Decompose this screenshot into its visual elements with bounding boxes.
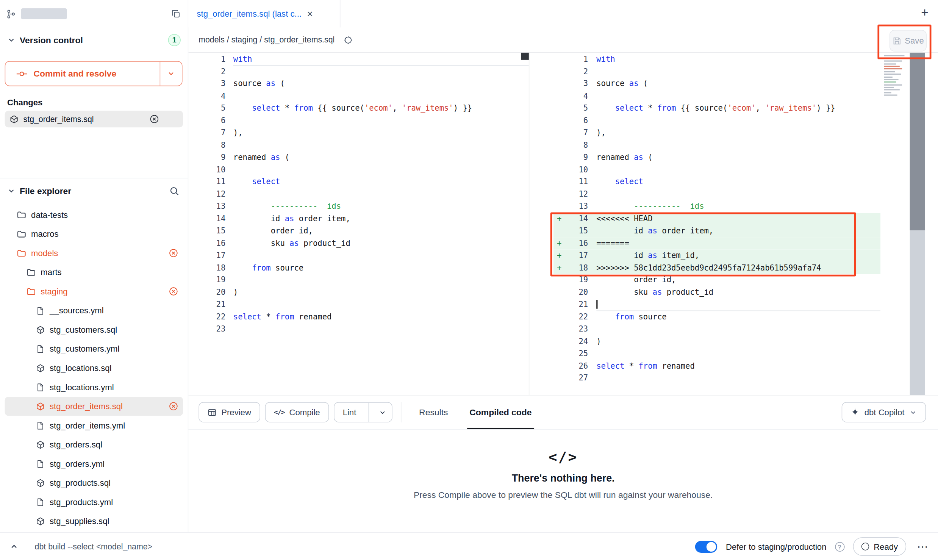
code-line-6[interactable]: 6 [188, 114, 528, 127]
version-control-header[interactable]: Version control 1 [7, 34, 181, 46]
code-line-23[interactable]: 23 [188, 323, 528, 335]
code-line-11[interactable]: 11 select [553, 176, 881, 188]
code-line-22[interactable]: 22 from source [553, 311, 881, 323]
scrollbar[interactable] [910, 53, 925, 395]
code-line-12[interactable]: 12 [553, 188, 881, 200]
search-icon[interactable] [169, 186, 180, 196]
code-line-14[interactable]: +14<<<<<<< HEAD [553, 213, 881, 225]
code-line-20[interactable]: 20) [188, 286, 528, 299]
code-line-15[interactable]: 15 order_id, [188, 225, 528, 237]
code-line-26[interactable]: 26select * from renamed [553, 360, 881, 372]
code-line-11[interactable]: 11 select [188, 176, 528, 188]
code-line-13[interactable]: 13 ---------- ids [188, 200, 528, 213]
code-line-4[interactable]: 4 [188, 90, 528, 102]
file-tree-item-staging[interactable]: staging [5, 282, 183, 301]
code-line-17[interactable]: 17 [188, 249, 528, 261]
dbt-copilot-button[interactable]: dbt Copilot [842, 402, 926, 422]
code-line-5[interactable]: 5 select * from {{ source('ecom', 'raw_i… [553, 102, 881, 114]
code-line-7[interactable]: 7), [553, 127, 881, 139]
branch-icon[interactable] [6, 9, 16, 19]
help-icon[interactable]: ? [835, 542, 844, 551]
code-line-3[interactable]: 3source as ( [188, 78, 528, 90]
code-line-24[interactable]: 24) [553, 335, 881, 347]
code-line-25[interactable]: 25 [553, 347, 881, 360]
code-line-3[interactable]: 3source as ( [553, 78, 881, 90]
file-tree-item-stg_locations.yml[interactable]: stg_locations.yml [5, 377, 183, 397]
commit-button-main[interactable]: Commit and resolve [5, 62, 159, 86]
defer-toggle[interactable] [695, 541, 717, 553]
code-line-2[interactable]: 2 [553, 66, 881, 78]
save-button[interactable]: Save [890, 30, 927, 52]
chevron-down-icon[interactable] [374, 408, 391, 416]
left-pane-minimap[interactable] [521, 53, 529, 60]
canvas-toggle-icon[interactable] [344, 35, 353, 44]
code-line-10[interactable]: 10 [188, 164, 528, 176]
file-tree-item-stg_supplies.sql[interactable]: stg_supplies.sql [5, 512, 183, 531]
discard-changes-icon[interactable] [169, 402, 178, 411]
lint-button[interactable]: Lint [334, 402, 392, 422]
code-line-19[interactable]: 19 order_id, [553, 274, 881, 286]
close-icon[interactable]: × [307, 9, 313, 19]
changed-file-stg_order_items.sql[interactable]: stg_order_items.sql [5, 111, 183, 127]
minimap[interactable] [883, 54, 908, 121]
code-line-2[interactable]: 2 [188, 66, 528, 78]
file-tree-item-stg_orders.sql[interactable]: stg_orders.sql [5, 435, 183, 454]
code-line-8[interactable]: 8 [188, 139, 528, 151]
commit-dropdown-button[interactable] [160, 62, 182, 86]
tab-stg-order-items[interactable]: stg_order_items.sql (last c... × [188, 0, 340, 28]
code-line-21[interactable]: 21 [553, 299, 881, 311]
code-line-16[interactable]: 16 sku as product_id [188, 237, 528, 249]
file-tree-item-stg_products.sql[interactable]: stg_products.sql [5, 473, 183, 493]
file-tree-item-stg_customers.yml[interactable]: stg_customers.yml [5, 339, 183, 358]
file-tree-item-macros[interactable]: macros [5, 224, 183, 244]
file-tree-item-stg_orders.yml[interactable]: stg_orders.yml [5, 454, 183, 473]
code-line-9[interactable]: 9renamed as ( [553, 151, 881, 163]
code-line-27[interactable]: 27 [553, 372, 881, 384]
code-line-18[interactable]: +18>>>>>>> 58c1dd23d5eebd9cd2495fa7124ab… [553, 262, 881, 274]
code-line-4[interactable]: 4 [553, 90, 881, 102]
code-line-19[interactable]: 19 [188, 274, 528, 286]
tab-compiled-code[interactable]: Compiled code [459, 396, 542, 429]
file-tree-item-data-tests[interactable]: data-tests [5, 205, 183, 225]
file-explorer-header[interactable]: File explorer [7, 181, 180, 200]
code-line-18[interactable]: 18 from source [188, 262, 528, 274]
code-line-7[interactable]: 7), [188, 127, 528, 139]
discard-changes-icon[interactable] [150, 114, 159, 124]
code-line-21[interactable]: 21 [188, 299, 528, 311]
code-line-8[interactable]: 8 [553, 139, 881, 151]
code-line-9[interactable]: 9renamed as ( [188, 151, 528, 163]
scrollbar-thumb[interactable] [910, 53, 925, 230]
code-line-23[interactable]: 23 [553, 323, 881, 335]
code-line-1[interactable]: 1with [553, 53, 881, 66]
code-line-1[interactable]: 1with [188, 53, 528, 66]
new-tab-button[interactable]: + [921, 5, 928, 20]
editor-pane-right[interactable]: 1with23source as (45 select * from {{ so… [553, 53, 881, 395]
commit-and-resolve-button[interactable]: Commit and resolve [5, 61, 183, 86]
compile-button[interactable]: </> Compile [265, 402, 329, 422]
more-icon[interactable]: ⋯ [917, 540, 929, 553]
cli-command[interactable]: dbt build --select <model_name> [35, 542, 152, 551]
code-line-10[interactable]: 10 [553, 164, 881, 176]
code-line-16[interactable]: +16======= [553, 237, 881, 249]
file-tree-item-stg_products.yml[interactable]: stg_products.yml [5, 493, 183, 512]
file-tree-item-__sources.yml[interactable]: __sources.yml [5, 301, 183, 320]
discard-changes-icon[interactable] [169, 248, 178, 258]
code-line-13[interactable]: 13 ---------- ids [553, 200, 881, 213]
discard-changes-icon[interactable] [169, 286, 178, 296]
code-line-22[interactable]: 22select * from renamed [188, 311, 528, 323]
code-line-12[interactable]: 12 [188, 188, 528, 200]
code-line-15[interactable]: 15 id as order_item, [553, 225, 881, 237]
code-line-6[interactable]: 6 [553, 114, 881, 127]
code-line-20[interactable]: 20 sku as product_id [553, 286, 881, 299]
file-tree-item-stg_customers.sql[interactable]: stg_customers.sql [5, 320, 183, 339]
preview-button[interactable]: Preview [199, 402, 260, 422]
code-line-14[interactable]: 14 id as order_item, [188, 213, 528, 225]
tab-results[interactable]: Results [408, 396, 459, 429]
file-tree-item-models[interactable]: models [5, 244, 183, 263]
file-tree-item-stg_order_items.sql[interactable]: stg_order_items.sql [5, 397, 183, 416]
editor-pane-left[interactable]: 1with23source as (45 select * from {{ so… [188, 53, 529, 395]
file-tree-item-marts[interactable]: marts [5, 263, 183, 282]
file-tree-item-stg_locations.sql[interactable]: stg_locations.sql [5, 358, 183, 378]
code-line-17[interactable]: +17 id as item_id, [553, 249, 881, 261]
copy-icon[interactable] [171, 9, 181, 19]
